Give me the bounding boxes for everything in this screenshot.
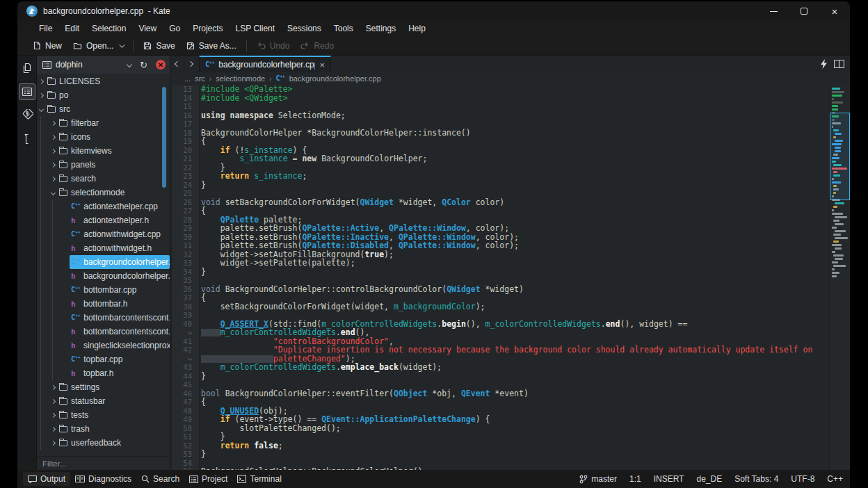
encoding[interactable]: UTF-8 [791, 474, 814, 484]
tree-item-actiontexthelper-cpp[interactable]: C++actiontexthelper.cpp [37, 200, 170, 213]
code-line[interactable]: return s_instance; [201, 172, 850, 181]
code-line[interactable]: } [201, 372, 850, 381]
project-selector[interactable]: dolphin [56, 60, 123, 70]
expander-icon[interactable] [49, 441, 58, 445]
breadcrumb-selectionmode[interactable]: selectionmode [216, 74, 265, 83]
output-button[interactable]: Output [23, 472, 70, 486]
code-line[interactable]: bool BackgroundColorHelper::eventFilter(… [201, 389, 850, 398]
open-dropdown-chevron-icon[interactable] [120, 42, 125, 47]
menu-selection[interactable]: Selection [86, 22, 132, 35]
tree-item-bottombarcontentscont-[interactable]: hbottombarcontentscont... [37, 325, 170, 339]
tree-item-body[interactable]: C++actiontexthelper.cpp [70, 200, 170, 213]
tab-settings[interactable]: Soft Tabs: 4 [734, 474, 778, 484]
code-view[interactable]: 1314151617181920212223242526272829303132… [170, 85, 850, 470]
expander-icon[interactable] [49, 191, 58, 195]
tree-item-body[interactable]: C++topbar.cpp [70, 352, 170, 366]
tree-item-userfeedback[interactable]: userfeedback [37, 436, 170, 450]
tree-scrollbar[interactable] [162, 87, 166, 188]
tree-item-body[interactable]: kitemviews [58, 144, 170, 158]
tree-item-body[interactable]: userfeedback [58, 436, 170, 450]
tree-item-actionwithwidget-cpp[interactable]: C++actionwithwidget.cpp [37, 227, 170, 241]
code-line[interactable]: #include <QWidget> [201, 94, 850, 103]
menu-edit[interactable]: Edit [58, 22, 86, 35]
tree-item-body[interactable]: icons [58, 130, 170, 144]
tab-backgroundcolorhelper[interactable]: C++ backgroundcolorhelper.cpp × [199, 56, 331, 72]
code-line[interactable]: slotPaletteChanged(); [201, 424, 850, 433]
expander-icon[interactable] [49, 122, 58, 125]
code-line[interactable]: } [201, 268, 850, 277]
tree-item-body[interactable]: C++bottombar.cpp [70, 283, 170, 297]
close-button[interactable]: × [819, 1, 850, 21]
tab-close-icon[interactable]: × [319, 60, 325, 70]
expander-icon[interactable] [37, 108, 46, 111]
git-tool-button[interactable] [19, 107, 35, 124]
quick-open-bolt-icon[interactable] [821, 59, 827, 69]
tree-item-singleclickselectionproxy-[interactable]: hsingleclickselectionproxy... [37, 339, 170, 352]
code-line[interactable]: return false; [201, 441, 850, 450]
projects-tool-button[interactable] [19, 83, 35, 100]
documents-tool-button[interactable] [19, 60, 35, 76]
close-panel-icon[interactable]: ✕ [156, 60, 166, 70]
tree-item-body[interactable]: hsingleclickselectionproxy... [70, 339, 170, 352]
tree-item-panels[interactable]: panels [37, 158, 170, 172]
tree-item-body[interactable]: tests [58, 408, 170, 422]
tree-item-statusbar[interactable]: statusbar [37, 394, 170, 408]
expander-icon[interactable] [49, 163, 58, 167]
code-line[interactable]: s_instance = new BackgroundColorHelper; [201, 154, 850, 163]
tree-item-body[interactable]: htopbar.h [70, 366, 170, 380]
tree-item-tests[interactable]: tests [37, 408, 170, 422]
tree-item-trash[interactable]: trash [37, 422, 170, 436]
expander-icon[interactable] [49, 149, 58, 153]
menu-help[interactable]: Help [402, 22, 432, 35]
tree-item-topbar-h[interactable]: htopbar.h [37, 366, 170, 380]
tree-item-body[interactable]: trash [58, 422, 170, 436]
tree-item-body[interactable]: hbackgroundcolorhelper.h [70, 269, 170, 283]
tree-item-selectionmode[interactable]: selectionmode [37, 186, 170, 200]
tree-item-bottombar-h[interactable]: hbottombar.h [37, 297, 170, 311]
tree-item-body[interactable]: hbottombarcontentscont... [70, 325, 170, 339]
expander-icon[interactable] [49, 386, 58, 389]
dictionary[interactable]: de_DE [696, 474, 722, 484]
expander-icon[interactable] [49, 414, 58, 417]
tree-item-po[interactable]: po [37, 88, 170, 102]
tree-item-body[interactable]: filterbar [58, 116, 170, 130]
code-line[interactable]: void setBackgroundColorForWidget(QWidget… [201, 198, 850, 207]
tree-item-licenses[interactable]: LICENSES [37, 74, 170, 88]
filter-input[interactable]: Filter... [37, 456, 170, 470]
tree-item-bottombar-cpp[interactable]: C++bottombar.cpp [37, 283, 170, 297]
minimize-button[interactable] [758, 1, 789, 21]
code-line[interactable]: m_colorControlledWidgets.emplace_back(wi… [201, 363, 850, 372]
tree-item-body[interactable]: po [46, 88, 170, 102]
project-dropdown-chevron-icon[interactable] [127, 62, 132, 67]
git-branch-indicator[interactable]: master [579, 474, 617, 484]
menu-file[interactable]: File [33, 22, 58, 35]
symbols-tool-button[interactable] [19, 131, 35, 147]
expander-icon[interactable] [37, 80, 46, 83]
expander-icon[interactable] [49, 400, 58, 403]
expander-icon[interactable] [37, 94, 46, 97]
tree-item-body[interactable]: C++backgroundcolorhelper.c... [70, 255, 170, 269]
refresh-icon[interactable]: ↻ [140, 60, 147, 70]
expander-icon[interactable] [49, 428, 58, 431]
tree-item-body[interactable]: hactionwithwidget.h [70, 241, 170, 255]
terminal-button[interactable]: Terminal [232, 472, 286, 486]
tree-item-body[interactable]: settings [58, 380, 170, 394]
tree-item-body[interactable]: selectionmode [58, 186, 170, 200]
tree-item-body[interactable]: C++actionwithwidget.cpp [70, 227, 170, 241]
open-button[interactable]: Open... [67, 38, 129, 54]
tree-item-body[interactable]: statusbar [58, 394, 170, 408]
tab-back-button[interactable] [170, 56, 184, 72]
code-line[interactable]: } [201, 450, 850, 459]
tree-item-settings[interactable]: settings [37, 380, 170, 394]
tree-item-topbar-cpp[interactable]: C++topbar.cpp [37, 352, 170, 366]
tab-forward-button[interactable] [184, 56, 197, 72]
menu-view[interactable]: View [132, 22, 163, 35]
expander-icon[interactable] [49, 136, 58, 139]
save-as-button[interactable]: Save As... [181, 38, 242, 54]
code-line[interactable]: void BackgroundColorHelper::controlBackg… [201, 285, 850, 294]
code-line[interactable]: } [201, 181, 850, 190]
code-line[interactable]: BackgroundColorHelper *BackgroundColorHe… [201, 129, 850, 138]
save-button[interactable]: Save [138, 38, 180, 54]
tree-item-body[interactable]: LICENSES [46, 74, 170, 88]
tree-item-kitemviews[interactable]: kitemviews [37, 144, 170, 158]
